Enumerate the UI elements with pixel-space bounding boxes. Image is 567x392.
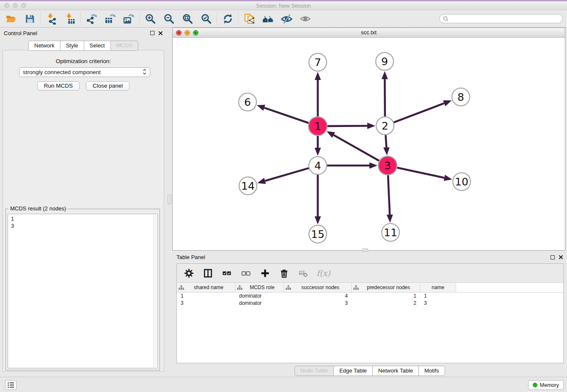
unselect-all-button[interactable] bbox=[240, 268, 251, 279]
select-all-button[interactable] bbox=[221, 268, 232, 279]
cell-MCDS-role[interactable]: dominator bbox=[235, 300, 284, 307]
graph-node-label-8: 8 bbox=[457, 91, 464, 103]
graph-edge-1-6[interactable] bbox=[264, 108, 309, 123]
network-canvas[interactable]: 7968124314101511 bbox=[173, 38, 565, 250]
column-header-MCDS-role[interactable]: MCDS role bbox=[235, 283, 284, 292]
show-panel-eye-button[interactable] bbox=[298, 12, 312, 25]
control-panel-title: Control Panel bbox=[4, 30, 37, 36]
graph-edge-3-1[interactable] bbox=[333, 135, 379, 161]
delete-table-button bbox=[297, 268, 308, 279]
graph-node-label-14: 14 bbox=[241, 180, 255, 192]
import-table-button[interactable] bbox=[63, 12, 77, 25]
column-header-successor-nodes[interactable]: successor nodes bbox=[284, 283, 352, 292]
tab-edge-table[interactable]: Edge Table bbox=[333, 366, 373, 376]
delete-column-icon bbox=[279, 268, 289, 278]
result-scrollbar[interactable] bbox=[153, 215, 157, 367]
column-header-label: MCDS role bbox=[242, 284, 282, 290]
column-header-name[interactable]: name bbox=[420, 283, 456, 292]
graph-node-label-2: 2 bbox=[382, 120, 388, 132]
status-bar: Memory bbox=[0, 377, 567, 392]
cell-MCDS-role[interactable]: dominator bbox=[235, 293, 284, 300]
tab-network[interactable]: Network bbox=[28, 41, 61, 51]
export-table-button[interactable] bbox=[103, 12, 117, 25]
zoom-selected-button[interactable] bbox=[199, 12, 213, 25]
table-row[interactable]: 1dominator411 bbox=[177, 293, 563, 300]
export-image-icon bbox=[123, 13, 135, 25]
delete-table-icon bbox=[298, 268, 308, 278]
add-column-button[interactable] bbox=[259, 268, 270, 279]
graph-edge-4-14[interactable] bbox=[265, 168, 309, 181]
graph-edge-2-9[interactable] bbox=[385, 79, 385, 116]
cell-name[interactable]: 3 bbox=[420, 300, 456, 307]
cell-shared-name[interactable]: 3 bbox=[177, 300, 235, 307]
criterion-select[interactable]: strongly connected component bbox=[19, 67, 150, 77]
mcds-result-groupbox: MCDS result (2 nodes) 13 bbox=[6, 209, 160, 370]
tab-mcds[interactable]: MCDS bbox=[110, 41, 138, 51]
column-header-shared-name[interactable]: shared name bbox=[177, 283, 235, 292]
graph-edge-1-2[interactable] bbox=[328, 126, 367, 126]
network-frame-titlebar[interactable]: × − + scc.txt bbox=[173, 28, 565, 38]
main-toolbar bbox=[0, 10, 567, 28]
graph-edge-2-3[interactable] bbox=[385, 135, 386, 147]
refresh-view-button[interactable] bbox=[221, 12, 234, 25]
cell-predecessor-nodes[interactable]: 2 bbox=[352, 300, 420, 307]
toolbar-separator bbox=[139, 12, 140, 25]
run-mcds-button[interactable]: Run MCDS bbox=[37, 81, 80, 91]
graph-node-label-10: 10 bbox=[455, 176, 468, 188]
table-row[interactable]: 3dominator323 bbox=[177, 300, 563, 307]
cell-name[interactable]: 1 bbox=[420, 293, 456, 300]
graph-edge-2-8[interactable] bbox=[394, 103, 444, 122]
graph-edge-3-11[interactable] bbox=[388, 175, 390, 215]
column-header-label: successor nodes bbox=[291, 284, 350, 290]
tab-select[interactable]: Select bbox=[84, 41, 111, 51]
table-panel: Table Panel f(x) shared nameMCDS rolesuc… bbox=[172, 252, 567, 377]
hide-panel-eye-button[interactable] bbox=[280, 12, 293, 25]
tab-network-table[interactable]: Network Table bbox=[372, 366, 419, 376]
zoom-out-button[interactable] bbox=[162, 12, 176, 25]
cell-successor-nodes[interactable]: 3 bbox=[284, 300, 352, 307]
export-image-button[interactable] bbox=[122, 12, 135, 25]
zoom-fit-button[interactable] bbox=[181, 12, 194, 25]
save-session-button[interactable] bbox=[23, 12, 36, 25]
clone-network-icon bbox=[244, 13, 255, 25]
zoom-fit-icon bbox=[182, 13, 193, 25]
search-field[interactable] bbox=[439, 14, 563, 23]
search-input[interactable] bbox=[451, 16, 559, 22]
memory-label: Memory bbox=[540, 382, 559, 388]
select-all-icon bbox=[222, 268, 232, 278]
import-network-button[interactable] bbox=[44, 12, 58, 25]
tab-style[interactable]: Style bbox=[60, 41, 84, 51]
open-session-button[interactable] bbox=[4, 12, 18, 25]
horizontal-split-grip[interactable] bbox=[362, 248, 368, 252]
cell-predecessor-nodes[interactable]: 1 bbox=[352, 293, 420, 300]
column-settings-button[interactable] bbox=[183, 268, 194, 279]
column-header-predecessor-nodes[interactable]: predecessor nodes bbox=[352, 283, 420, 292]
graph-node-label-9: 9 bbox=[381, 55, 388, 68]
tab-node-table[interactable]: Node Table bbox=[294, 366, 334, 376]
mcds-result-list[interactable]: 13 bbox=[8, 214, 158, 368]
toolbar-separator bbox=[217, 12, 217, 25]
delete-column-button[interactable] bbox=[278, 268, 289, 279]
network-view-frame: × − + scc.txt 7968124314101511 bbox=[172, 28, 565, 251]
close-panel-icon[interactable] bbox=[158, 31, 163, 36]
cell-successor-nodes[interactable]: 4 bbox=[284, 293, 352, 300]
export-network-button[interactable] bbox=[85, 12, 98, 25]
column-browser-button[interactable] bbox=[202, 268, 213, 279]
graph-node-label-11: 11 bbox=[384, 226, 397, 239]
column-tree-icon bbox=[179, 285, 184, 290]
cell-shared-name[interactable]: 1 bbox=[177, 293, 235, 300]
tab-motifs[interactable]: Motifs bbox=[418, 366, 445, 376]
clone-network-button[interactable] bbox=[242, 12, 256, 25]
task-history-button[interactable] bbox=[5, 380, 17, 390]
zoom-in-button[interactable] bbox=[143, 12, 157, 25]
float-panel-icon[interactable] bbox=[150, 31, 154, 35]
vertical-split-grip[interactable] bbox=[168, 195, 171, 204]
neighborhood-homes-button[interactable] bbox=[261, 12, 275, 25]
float-table-panel-icon[interactable] bbox=[550, 255, 555, 259]
close-panel-button[interactable]: Close panel bbox=[86, 81, 129, 91]
close-table-panel-icon[interactable] bbox=[559, 255, 563, 259]
graph-edge-3-10[interactable] bbox=[397, 168, 444, 178]
memory-button[interactable]: Memory bbox=[528, 380, 564, 390]
toolbar-separator bbox=[80, 12, 81, 25]
graph-node-label-7: 7 bbox=[314, 56, 321, 69]
